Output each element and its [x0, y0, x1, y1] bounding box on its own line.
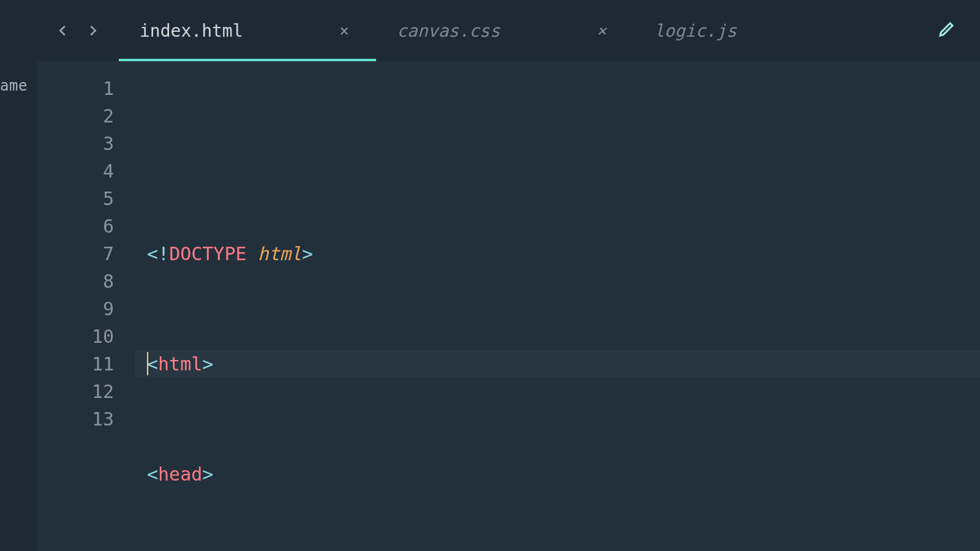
tab-label: logic.js [654, 21, 737, 41]
tab-index-html[interactable]: index.html × [119, 0, 376, 61]
tab-label: canvas.css [397, 21, 500, 41]
text-cursor [147, 352, 148, 375]
line-number: 11 [37, 350, 114, 378]
code-editor[interactable]: 1 2 3 4 5 6 7 8 9 10 11 12 13 <!DOCTYPE … [37, 61, 980, 551]
project-sidebar[interactable]: ame [0, 0, 37, 551]
editor-main: index.html × canvas.css × logic.js 1 2 3… [37, 0, 980, 551]
code-area[interactable]: <!DOCTYPE html> <html> <head> <title>HTM… [135, 61, 980, 551]
code-line[interactable]: <html> [135, 350, 980, 378]
line-number: 12 [37, 378, 114, 405]
line-number: 6 [37, 212, 114, 240]
project-label-fragment: ame [0, 77, 28, 94]
line-number: 1 [37, 75, 114, 102]
line-number: 7 [37, 240, 114, 268]
line-number: 4 [37, 157, 114, 185]
nav-back-button[interactable] [55, 23, 71, 39]
nav-forward-button[interactable] [85, 23, 100, 39]
close-icon[interactable]: × [597, 23, 606, 39]
line-number: 2 [37, 102, 114, 130]
code-line[interactable]: <head> [135, 460, 980, 488]
tab-nav [55, 23, 100, 39]
line-gutter: 1 2 3 4 5 6 7 8 9 10 11 12 13 [37, 61, 135, 551]
line-number: 8 [37, 268, 114, 295]
line-number: 5 [37, 185, 114, 212]
tab-bar: index.html × canvas.css × logic.js [37, 0, 980, 61]
tab-logic-js[interactable]: logic.js [633, 0, 891, 61]
line-number: 13 [37, 405, 114, 433]
tab-canvas-css[interactable]: canvas.css × [376, 0, 633, 61]
line-number: 3 [37, 130, 114, 157]
close-icon[interactable]: × [339, 23, 349, 39]
edit-icon[interactable] [937, 20, 956, 41]
tab-label: index.html [140, 21, 243, 41]
line-number: 10 [37, 323, 114, 350]
code-line[interactable]: <!DOCTYPE html> [135, 240, 980, 268]
line-number: 9 [37, 295, 114, 323]
